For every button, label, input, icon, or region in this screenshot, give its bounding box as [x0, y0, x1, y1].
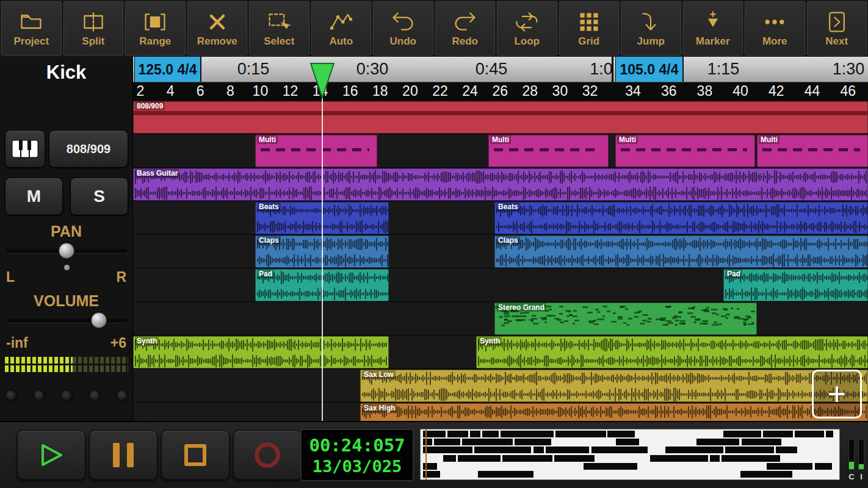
toolbar-button-label: Grid — [578, 35, 599, 48]
clip[interactable]: Claps — [494, 235, 868, 268]
toolbar-button-redo[interactable]: Redo — [435, 1, 496, 56]
clip-label: Sax High — [362, 404, 397, 412]
arrangement-area[interactable]: 808/909MultiMultiMultiMultiBass GuitarBe… — [133, 101, 868, 421]
volume-slider[interactable] — [5, 312, 128, 329]
time-display[interactable]: 00:24:057 13/03/025 — [300, 429, 414, 481]
output-meter-left — [848, 439, 855, 470]
indicator-dot — [5, 389, 17, 401]
track-row-synth: SynthSynth — [133, 336, 868, 369]
toolbar-button-more[interactable]: More — [745, 1, 805, 56]
bar-number-ruler[interactable]: 2468101214161820222426283032343638404244… — [133, 82, 868, 101]
clip[interactable]: Synth — [133, 336, 389, 368]
volume-slider-thumb[interactable] — [91, 312, 107, 328]
clip[interactable]: Sax Low — [360, 370, 868, 402]
volume-label: VOLUME — [0, 292, 132, 310]
toolbar-button-grid[interactable]: Grid — [559, 1, 620, 56]
track-row-beats: BeatsBeats — [133, 201, 868, 235]
track-row-multi: MultiMultiMultiMulti — [133, 134, 868, 168]
loop-icon — [515, 10, 539, 34]
track-row-claps: ClapsClaps — [133, 235, 868, 268]
bar-number: 46 — [840, 83, 856, 99]
bar-number: 4 — [167, 83, 175, 99]
clip-label: Multi — [257, 135, 278, 144]
meter-label: C — [848, 472, 855, 481]
bar-number: 8 — [226, 83, 234, 99]
clip[interactable]: Stereo Grand — [494, 303, 757, 335]
clip-label: Beats — [496, 203, 520, 211]
play-button[interactable] — [17, 430, 85, 480]
clip[interactable]: Multi — [488, 135, 609, 167]
toolbar-button-project[interactable]: Project — [1, 1, 62, 56]
toolbar-button-jump[interactable]: Jump — [621, 1, 681, 56]
toolbar-button-label: Split — [82, 35, 104, 48]
clip[interactable]: Multi — [255, 135, 377, 167]
clip-label: Claps — [496, 236, 520, 245]
play-icon — [38, 442, 65, 468]
automation-icon — [329, 10, 353, 34]
add-track-button[interactable]: + — [812, 370, 862, 418]
tempo-marker[interactable]: 125.0 4/4 — [134, 57, 201, 82]
playhead-marker[interactable] — [309, 62, 335, 99]
solo-button[interactable]: S — [70, 178, 128, 215]
bar-number: 24 — [462, 83, 478, 99]
pause-icon — [127, 443, 134, 467]
clip[interactable]: Synth — [476, 336, 868, 368]
select-icon — [267, 10, 291, 34]
toolbar-button-label: Range — [139, 35, 171, 48]
bar-number: 18 — [372, 83, 388, 99]
toolbar-button-range[interactable]: Range — [125, 1, 186, 56]
pan-scale: L R — [6, 269, 126, 285]
instrument-keyboard-button[interactable] — [5, 130, 45, 168]
record-button[interactable] — [233, 430, 302, 480]
next-icon — [825, 10, 849, 34]
bar-number: 40 — [732, 83, 748, 99]
clip[interactable]: 808/909 — [133, 101, 868, 134]
timeline-ruler[interactable]: 0:150:300:451:01:151:30125.0 4/4105.0 4/… — [133, 57, 868, 82]
toolbar-button-remove[interactable]: Remove — [187, 1, 248, 56]
clip-label: Synth — [135, 337, 159, 345]
panel-indicator-dots — [5, 389, 128, 401]
instrument-select-button[interactable]: 808/909 — [49, 130, 128, 168]
time-label: 1:15 — [707, 60, 740, 79]
clip-label: Pad — [257, 270, 274, 278]
clip[interactable]: Sax High — [360, 403, 868, 421]
clip-label: Multi — [490, 135, 511, 144]
pan-slider[interactable] — [5, 242, 128, 259]
toolbar-button-marker[interactable]: Marker — [683, 1, 743, 56]
toolbar-button-select[interactable]: Select — [249, 1, 309, 56]
clip[interactable]: Pad — [723, 269, 868, 301]
toolbar-button-label: Undo — [390, 35, 416, 48]
pause-button[interactable] — [89, 430, 157, 480]
output-meter-right — [858, 439, 864, 470]
toolbar-button-next[interactable]: Next — [807, 1, 867, 56]
split-icon — [81, 10, 106, 34]
toolbar-button-split[interactable]: Split — [63, 1, 124, 56]
stop-button[interactable] — [161, 430, 230, 480]
tempo-marker[interactable]: 105.0 4/4 — [615, 57, 684, 82]
clip[interactable]: Multi — [615, 135, 755, 167]
mute-button[interactable]: M — [5, 178, 63, 215]
toolbar-button-label: Redo — [452, 35, 479, 48]
volume-scale: -inf +6 — [6, 335, 126, 351]
toolbar-button-loop[interactable]: Loop — [497, 1, 557, 56]
clip[interactable]: Beats — [494, 202, 868, 234]
toolbar-button-undo[interactable]: Undo — [373, 1, 433, 56]
bar-number: 44 — [805, 83, 820, 99]
time-counter: 00:24:057 — [309, 435, 405, 456]
indicator-dot — [89, 389, 101, 401]
clip[interactable]: Bass Guitar — [133, 168, 868, 201]
clip[interactable]: Multi — [757, 135, 868, 167]
bar-number: 36 — [661, 83, 677, 99]
transport-bar: 00:24:057 13/03/025 C I — [0, 421, 868, 488]
clip-label: Bass Guitar — [135, 169, 179, 178]
pan-slider-thumb[interactable] — [59, 243, 74, 259]
track-row-pad: PadPad — [133, 268, 868, 302]
bar-number: 34 — [625, 83, 641, 99]
toolbar-button-auto[interactable]: Auto — [311, 1, 372, 56]
arrangement-overview[interactable] — [420, 429, 840, 480]
stop-icon — [184, 444, 206, 466]
bar-number: 12 — [283, 83, 298, 99]
clip-label: Pad — [725, 270, 742, 278]
clip-label: Stereo Grand — [496, 303, 546, 312]
piano-keyboard-icon — [12, 140, 38, 158]
